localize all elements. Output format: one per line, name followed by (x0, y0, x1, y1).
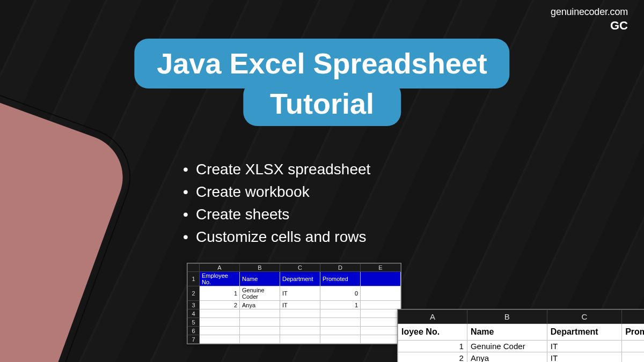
bullet-item: Create XLSX spreadsheet (180, 158, 370, 181)
table-header-row: 1 Employee No. Name Department Promoted (188, 272, 401, 286)
table-row: 1 Genuine Coder IT 0 (398, 341, 645, 352)
col-header: A (200, 264, 240, 272)
col-header: C (280, 264, 320, 272)
header-cell: Name (467, 324, 547, 341)
cell: IT (547, 341, 621, 352)
bullet-item: Create workbook (180, 181, 370, 203)
col-header: D (320, 264, 361, 272)
header-cell: Promoted (320, 272, 361, 286)
sheet-corner (188, 264, 200, 272)
cell: 2 (398, 352, 467, 363)
table-row: 3 2 Anya IT 1 (188, 301, 401, 309)
bullet-item: Customize cells and rows (180, 226, 370, 248)
cell: Anya (240, 301, 280, 309)
cell: IT (280, 286, 320, 301)
col-header: B (467, 310, 547, 324)
table-header-row: loyee No. Name Department Promoted (398, 324, 645, 341)
site-url: genuinecoder.com (551, 6, 628, 18)
header-cell: Department (547, 324, 621, 341)
cell: IT (547, 352, 621, 363)
header-cell: Department (280, 272, 320, 286)
col-header: A (398, 310, 467, 324)
cell: 1 (622, 352, 644, 363)
col-header: E (361, 264, 401, 272)
table-row: 6 (188, 327, 401, 335)
cell: 1 (320, 301, 361, 309)
cell (361, 301, 401, 309)
header-cell: Employee No. (200, 272, 240, 286)
table-row: 4 (188, 309, 401, 318)
title-connector (295, 81, 349, 93)
cell: 1 (398, 341, 467, 352)
col-header: C (547, 310, 621, 324)
cell: Anya (467, 352, 547, 363)
header-cell: loyee No. (398, 324, 467, 341)
brand-header: genuinecoder.com GC (551, 6, 628, 33)
feature-list: Create XLSX spreadsheet Create workbook … (180, 158, 370, 248)
site-logo: GC (551, 19, 628, 33)
table-row: 2 Anya IT 1 (398, 352, 645, 363)
col-header: B (240, 264, 280, 272)
cell: 0 (622, 341, 644, 352)
cell: 2 (200, 301, 240, 309)
cell: Genuine Coder (467, 341, 547, 352)
table-row: 2 1 Genuine Coder IT 0 (188, 286, 401, 301)
table-row: 7 (188, 335, 401, 344)
header-cell (361, 272, 401, 286)
cell (361, 286, 401, 301)
spreadsheet-preview-small: A B C D E 1 Employee No. Name Department… (187, 263, 401, 344)
table-row: 5 (188, 318, 401, 327)
cell: IT (280, 301, 320, 309)
cell: Genuine Coder (240, 286, 280, 301)
header-cell: Name (240, 272, 280, 286)
bullet-item: Create sheets (180, 203, 370, 226)
col-header: D (622, 310, 644, 324)
title-block: Java Excel Spreadsheet Tutorial (134, 39, 509, 123)
cell: 1 (200, 286, 240, 301)
spreadsheet-preview-large: A B C D loyee No. Name Department Promot… (397, 309, 644, 362)
header-cell: Promoted (622, 324, 644, 341)
cell: 0 (320, 286, 361, 301)
